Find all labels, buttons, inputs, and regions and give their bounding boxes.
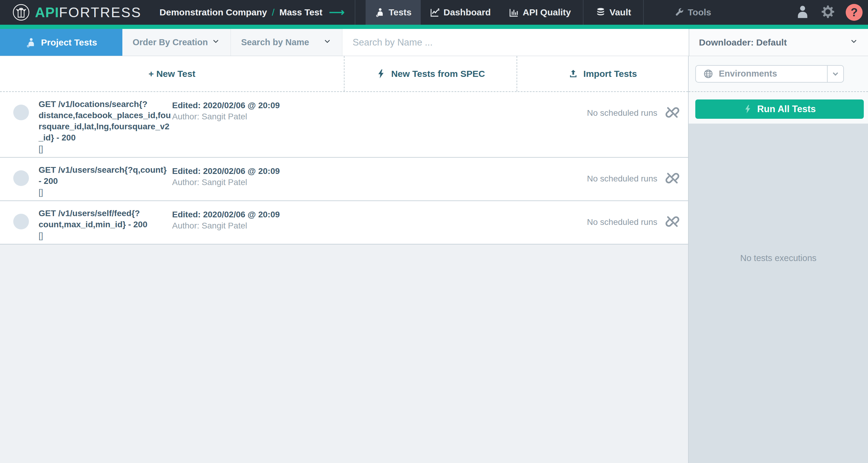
search-mode-value: Search by Name: [241, 37, 309, 47]
order-by-dropdown[interactable]: Order By Creation: [122, 29, 231, 56]
test-title[interactable]: GET /v1/users/self/feed{?count,max_id,mi…: [38, 208, 171, 230]
test-edited: Edited: 2020/02/06 @ 20:09: [172, 165, 280, 177]
downloader-value: Downloader: Default: [699, 37, 787, 48]
tab-vault[interactable]: Vault: [587, 7, 640, 18]
brand-text: APIFORTRESS: [35, 4, 141, 21]
run-all-tests-label: Run All Tests: [757, 104, 816, 115]
schedule-status: No scheduled runs: [587, 174, 657, 184]
test-avatar: [13, 170, 29, 186]
brand-fortress: FORTRESS: [59, 4, 142, 20]
no-executions-text: No tests executions: [740, 253, 816, 263]
environments-label: Environments: [719, 69, 777, 79]
schedule-status: No scheduled runs: [587, 108, 657, 118]
navbar-divider: [355, 0, 355, 25]
dashboard-chart-icon: [430, 7, 440, 18]
filter-bar: Project Tests Order By Creation Search b…: [0, 29, 868, 56]
search-field-wrap: [342, 29, 689, 56]
breadcrumb-project[interactable]: Mass Test: [279, 7, 322, 18]
tab-dashboard-label: Dashboard: [444, 7, 491, 18]
project-tests-tab[interactable]: Project Tests: [0, 29, 122, 56]
order-by-value: Order By Creation: [133, 37, 208, 47]
run-all-row: Run All Tests: [689, 92, 868, 124]
environments-select[interactable]: Environments: [695, 65, 844, 83]
settings-gear-icon[interactable]: [820, 4, 836, 21]
teal-accent-strip: [0, 25, 868, 29]
unlink-icon[interactable]: [665, 208, 680, 230]
new-tests-from-spec-label: New Tests from SPEC: [391, 69, 485, 79]
test-tags: []: [38, 144, 171, 154]
test-row[interactable]: GET /v1/users/self/feed{?count,max_id,mi…: [0, 201, 688, 244]
navbar-right-icons: ?: [795, 4, 863, 21]
new-test-button[interactable]: + New Test: [0, 56, 344, 91]
chevron-down-icon: [849, 37, 858, 48]
test-row[interactable]: GET /v1/users/search{?q,count} - 200 [] …: [0, 158, 688, 201]
lightning-icon: [376, 69, 386, 79]
executions-panel: Environments Run All Tests No tests exec…: [689, 56, 868, 463]
apifortress-logo[interactable]: APIFORTRESS: [12, 3, 141, 22]
new-test-label: + New Test: [149, 69, 195, 79]
tab-api-quality[interactable]: API Quality: [500, 0, 580, 25]
tab-vault-label: Vault: [610, 7, 631, 18]
test-avatar: [13, 104, 29, 120]
vault-database-icon: [595, 7, 606, 18]
navbar-divider: [583, 0, 584, 25]
run-all-tests-button[interactable]: Run All Tests: [695, 99, 864, 119]
tab-tools[interactable]: Tools: [665, 7, 720, 18]
environments-chevron[interactable]: [827, 66, 843, 82]
tests-main-column: + New Test New Tests from SPEC Import Te…: [0, 56, 689, 463]
tab-api-quality-label: API Quality: [523, 7, 571, 18]
schedule-status: No scheduled runs: [587, 217, 657, 227]
navbar-tabs: Tests Dashboard API Quality: [366, 0, 580, 25]
test-row[interactable]: GET /v1/locations/search{?distance,faceb…: [0, 92, 688, 158]
navbar-divider: [643, 0, 644, 25]
tab-tests[interactable]: Tests: [366, 0, 421, 25]
fortress-logo-icon: [12, 3, 30, 22]
content-area: + New Test New Tests from SPEC Import Te…: [0, 56, 868, 463]
test-tags: []: [38, 230, 171, 241]
upload-icon: [568, 69, 578, 79]
project-tests-person-icon: [25, 37, 36, 48]
globe-icon: [703, 69, 713, 79]
tests-list: GET /v1/locations/search{?distance,faceb…: [0, 92, 688, 244]
brand-api: API: [35, 4, 59, 20]
new-tests-from-spec-button[interactable]: New Tests from SPEC: [344, 56, 517, 91]
tools-wrench-icon: [674, 7, 684, 18]
import-tests-label: Import Tests: [584, 69, 637, 79]
breadcrumb: Demonstration Company / Mass Test ⟶: [159, 6, 344, 19]
breadcrumb-arrow-icon[interactable]: ⟶: [329, 6, 345, 19]
account-icon[interactable]: [795, 4, 810, 21]
api-quality-bars-icon: [509, 7, 519, 18]
empty-list-area: [0, 244, 688, 463]
test-avatar: [13, 214, 29, 229]
help-icon[interactable]: ?: [846, 4, 863, 21]
environments-row: Environments: [689, 56, 868, 92]
top-navbar: APIFORTRESS Demonstration Company / Mass…: [0, 0, 868, 25]
test-edited: Edited: 2020/02/06 @ 20:09: [172, 100, 280, 111]
test-tags: []: [38, 187, 171, 197]
import-tests-button[interactable]: Import Tests: [517, 56, 688, 91]
test-title[interactable]: GET /v1/users/search{?q,count} - 200: [38, 164, 171, 187]
search-mode-dropdown[interactable]: Search by Name: [231, 29, 342, 56]
chevron-down-icon: [323, 37, 332, 48]
breadcrumb-company[interactable]: Demonstration Company: [159, 7, 267, 18]
tab-tests-label: Tests: [389, 7, 411, 18]
test-edited: Edited: 2020/02/06 @ 20:09: [172, 209, 280, 220]
breadcrumb-separator: /: [272, 7, 275, 18]
test-author: Author: Sangit Patel: [172, 220, 280, 231]
chevron-down-icon: [211, 37, 220, 48]
lightning-icon: [743, 104, 752, 114]
test-author: Author: Sangit Patel: [172, 111, 280, 122]
tab-tools-label: Tools: [688, 7, 711, 18]
unlink-icon[interactable]: [665, 164, 680, 187]
test-author: Author: Sangit Patel: [172, 177, 280, 188]
unlink-icon[interactable]: [665, 99, 680, 121]
tests-person-icon: [375, 7, 385, 18]
test-actions-bar: + New Test New Tests from SPEC Import Te…: [0, 56, 688, 92]
downloader-dropdown[interactable]: Downloader: Default: [689, 29, 868, 56]
test-title[interactable]: GET /v1/locations/search{?distance,faceb…: [38, 99, 171, 143]
executions-empty-area: No tests executions: [689, 124, 868, 463]
project-tests-label: Project Tests: [41, 37, 97, 48]
tab-dashboard[interactable]: Dashboard: [421, 0, 500, 25]
search-input[interactable]: [342, 37, 689, 48]
